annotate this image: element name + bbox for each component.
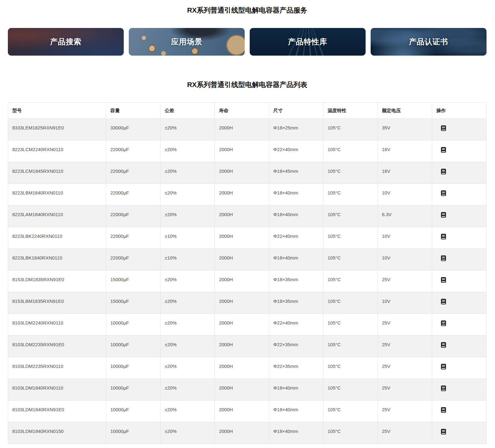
cell-tolerance: ±20% <box>160 292 215 314</box>
cell-size: Φ18×25mm <box>269 119 324 140</box>
cell-actions <box>432 227 486 249</box>
view-datasheet-button[interactable] <box>441 212 446 218</box>
nav-card-product-search-label: 产品搜索 <box>50 37 82 47</box>
cell-capacity: 22000μF <box>106 249 160 270</box>
cell-actions <box>432 357 486 379</box>
nav-card-application-scenarios[interactable]: 应用场景 <box>129 28 245 56</box>
book-icon <box>441 125 446 131</box>
view-datasheet-button[interactable] <box>441 190 446 196</box>
book-icon <box>441 429 446 435</box>
cell-tolerance: ±10% <box>160 249 215 270</box>
cell-actions <box>432 140 486 162</box>
book-icon <box>441 147 446 153</box>
nav-card-product-characteristics[interactable]: 产品特性库 <box>250 28 366 56</box>
view-datasheet-button[interactable] <box>441 298 446 305</box>
cell-capacity: 10000μF <box>106 401 160 422</box>
view-datasheet-button[interactable] <box>441 320 446 326</box>
view-datasheet-button[interactable] <box>441 125 446 131</box>
view-datasheet-button[interactable] <box>441 277 446 283</box>
cell-actions <box>432 314 486 336</box>
cell-voltage: 25V <box>378 401 432 422</box>
cell-size: Φ18×40mm <box>269 379 324 401</box>
cell-lifetime: 2000H <box>215 314 269 336</box>
product-table: 型号 容量 公差 寿命 尺寸 温度特性 额定电压 操作 8333LEM1825R… <box>8 102 487 444</box>
cell-capacity: 15000μF <box>106 292 160 314</box>
cell-temperature: 105°C <box>324 227 378 249</box>
cell-tolerance: ±20% <box>160 401 215 422</box>
cell-temperature: 105°C <box>324 162 378 184</box>
cell-size: Φ22×35mm <box>269 336 324 357</box>
cell-temperature: 105°C <box>324 422 378 444</box>
cell-lifetime: 2000H <box>215 379 269 401</box>
cell-size: Φ18×45mm <box>269 162 324 184</box>
view-datasheet-button[interactable] <box>441 255 446 261</box>
cell-capacity: 10000μF <box>106 357 160 379</box>
column-header-tolerance: 公差 <box>160 103 215 119</box>
cell-voltage: 25V <box>378 379 432 401</box>
view-datasheet-button[interactable] <box>441 407 446 413</box>
cell-lifetime: 2000H <box>215 140 269 162</box>
cell-temperature: 105°C <box>324 336 378 357</box>
cell-actions <box>432 422 486 444</box>
cell-lifetime: 2000H <box>215 119 269 140</box>
cell-temperature: 105°C <box>324 314 378 336</box>
cell-model: 8223LBK2240RXN0110 <box>8 227 106 249</box>
cell-capacity: 10000μF <box>106 379 160 401</box>
view-datasheet-button[interactable] <box>441 363 446 370</box>
cell-voltage: 6.3V <box>378 205 432 227</box>
nav-card-product-characteristics-label: 产品特性库 <box>288 37 327 47</box>
nav-card-product-certificates[interactable]: 产品认证书 <box>371 28 487 56</box>
cell-model: 8103LDM1840RXN91E0 <box>8 401 106 422</box>
cell-tolerance: ±20% <box>160 119 215 140</box>
cell-size: Φ18×40mm <box>269 249 324 270</box>
cell-model: 8223LCM2240RXN0110 <box>8 140 106 162</box>
cell-actions <box>432 336 486 357</box>
cell-lifetime: 2000H <box>215 249 269 270</box>
cell-voltage: 25V <box>378 270 432 292</box>
view-datasheet-button[interactable] <box>441 385 446 391</box>
cell-size: Φ22×40mm <box>269 140 324 162</box>
cell-voltage: 10V <box>378 227 432 249</box>
cell-tolerance: ±20% <box>160 314 215 336</box>
cell-model: 8223LCM1845RXN0110 <box>8 162 106 184</box>
cell-voltage: 10V <box>378 249 432 270</box>
cell-tolerance: ±20% <box>160 357 215 379</box>
cell-tolerance: ±20% <box>160 205 215 227</box>
cell-size: Φ18×40mm <box>269 184 324 205</box>
cell-model: 8153LDM1835RXN91E0 <box>8 270 106 292</box>
cell-model: 8103LDM1840RXN0150 <box>8 422 106 444</box>
cell-voltage: 25V <box>378 422 432 444</box>
view-datasheet-button[interactable] <box>441 168 446 175</box>
cell-size: Φ22×40mm <box>269 314 324 336</box>
cell-voltage: 10V <box>378 184 432 205</box>
cell-voltage: 25V <box>378 336 432 357</box>
book-icon <box>441 298 446 305</box>
table-row: 8103LDM1840RXN91E0 10000μF ±20% 2000H Φ1… <box>8 401 487 422</box>
view-datasheet-button[interactable] <box>441 429 446 435</box>
cell-size: Φ18×35mm <box>269 270 324 292</box>
cell-voltage: 16V <box>378 162 432 184</box>
cell-capacity: 22000μF <box>106 184 160 205</box>
table-row: 8223LCM2240RXN0110 22000μF ±20% 2000H Φ2… <box>8 140 487 162</box>
cell-tolerance: ±20% <box>160 336 215 357</box>
table-row: 8153LDM1835RXN91E0 15000μF ±20% 2000H Φ1… <box>8 270 487 292</box>
nav-card-product-search[interactable]: 产品搜索 <box>8 28 124 56</box>
column-header-model: 型号 <box>8 103 106 119</box>
cell-actions <box>432 401 486 422</box>
cell-capacity: 22000μF <box>106 140 160 162</box>
view-datasheet-button[interactable] <box>441 147 446 153</box>
book-icon <box>441 277 446 283</box>
cell-capacity: 33000μF <box>106 119 160 140</box>
table-row: 8223LBK2240RXN0110 22000μF ±10% 2000H Φ2… <box>8 227 487 249</box>
cell-lifetime: 2000H <box>215 162 269 184</box>
view-datasheet-button[interactable] <box>441 233 446 240</box>
cell-tolerance: ±20% <box>160 379 215 401</box>
cell-model: 8223LAM1840RXN0110 <box>8 205 106 227</box>
cell-lifetime: 2000H <box>215 270 269 292</box>
cell-capacity: 15000μF <box>106 270 160 292</box>
cell-temperature: 105°C <box>324 270 378 292</box>
table-row: 8223LBK1840RXN0110 22000μF ±10% 2000H Φ1… <box>8 249 487 270</box>
cell-voltage: 35V <box>378 119 432 140</box>
view-datasheet-button[interactable] <box>441 342 446 348</box>
cell-tolerance: ±20% <box>160 270 215 292</box>
